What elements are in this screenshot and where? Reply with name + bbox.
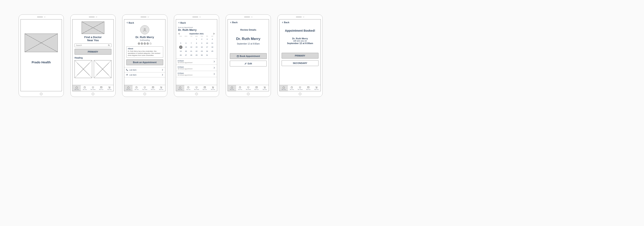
rating-stars xyxy=(126,42,163,45)
tab-home[interactable]: Tab One xyxy=(280,85,288,91)
back-link[interactable]: Back xyxy=(126,22,134,24)
next-month-button[interactable] xyxy=(213,33,215,35)
calendar-day[interactable]: 8 xyxy=(194,42,199,45)
tab-heart[interactable]: Tab Three xyxy=(140,85,149,91)
time-slot[interactable]: 8:00am30 minute appointment xyxy=(176,58,217,65)
home-button[interactable] xyxy=(40,92,43,96)
back-link[interactable]: Back xyxy=(178,22,186,24)
dow-label: SAT xyxy=(210,36,215,37)
tab-mail[interactable]: Tab Four xyxy=(149,85,157,91)
tab-clock[interactable]: Tab Two xyxy=(236,85,244,91)
dow-label: FRI xyxy=(204,36,210,37)
calendar-day[interactable]: 12 xyxy=(179,46,182,49)
calendar-day[interactable]: 9 xyxy=(199,42,204,45)
heart-icon xyxy=(195,86,198,88)
calendar-day[interactable]: 19 xyxy=(178,50,183,53)
calendar-day[interactable]: 23 xyxy=(199,50,204,53)
calendar-day[interactable]: 1 xyxy=(194,38,199,41)
list-item[interactable]: List Item xyxy=(124,68,165,72)
tab-home[interactable]: Tab One xyxy=(176,85,184,91)
card-placeholder-2[interactable] xyxy=(94,60,112,78)
tab-mail[interactable]: Tab Four xyxy=(97,85,106,91)
calendar-day[interactable]: 3 xyxy=(204,38,210,41)
calendar-day[interactable]: 2 xyxy=(199,38,204,41)
screen-splash: Prado Health xyxy=(20,19,62,91)
calendar-day[interactable]: 30 xyxy=(199,54,204,57)
tab-label: Tab Five xyxy=(107,89,112,90)
calendar-day[interactable]: 18 xyxy=(210,46,215,49)
tab-label: Tab One xyxy=(230,89,234,90)
tab-label: Tab Two xyxy=(186,89,190,90)
tab-clock[interactable]: Tab Two xyxy=(81,85,89,91)
calendar-day[interactable]: 10 xyxy=(204,42,210,45)
calendar-day[interactable]: 31 xyxy=(204,54,210,57)
time-slot[interactable]: 8:00am30 minute appointment xyxy=(176,65,217,71)
tab-cart[interactable]: Tab Five xyxy=(157,85,165,91)
tab-home[interactable]: Tab One xyxy=(72,85,81,91)
hero-image-placeholder xyxy=(82,22,104,34)
calendar-day[interactable]: 22 xyxy=(194,50,199,53)
calendar-day[interactable]: 21 xyxy=(189,50,194,53)
home-button[interactable] xyxy=(143,92,146,96)
book-appointment-button[interactable]: Book an Appointment xyxy=(126,60,163,65)
tab-cart[interactable]: Tab Five xyxy=(209,85,217,91)
primary-button[interactable]: PRIMARY xyxy=(74,49,112,55)
tab-cart[interactable]: Tab Five xyxy=(105,85,114,91)
book-button[interactable]: Book Appointment xyxy=(230,53,267,59)
calendar-day[interactable]: 5 xyxy=(178,42,183,45)
star-icon xyxy=(149,42,152,45)
tab-cart[interactable]: Tab Five xyxy=(312,85,320,91)
tab-heart[interactable]: Tab Three xyxy=(89,85,97,91)
calendar-day[interactable]: 15 xyxy=(194,46,199,49)
calendar-day[interactable]: 4 xyxy=(210,38,215,41)
tab-home[interactable]: Tab One xyxy=(124,85,132,91)
tab-heart[interactable]: Tab Three xyxy=(192,85,201,91)
calendar-day[interactable]: 7 xyxy=(189,42,194,45)
tab-heart[interactable]: Tab Three xyxy=(244,85,252,91)
edit-button[interactable]: Edit xyxy=(230,61,267,66)
tab-heart[interactable]: Tab Three xyxy=(296,85,304,91)
calendar-day[interactable]: 26 xyxy=(178,54,183,57)
calendar-day[interactable]: 27 xyxy=(183,54,188,57)
tab-clock[interactable]: Tab Two xyxy=(288,85,296,91)
home-button[interactable] xyxy=(247,92,250,96)
card-placeholder-1[interactable] xyxy=(74,60,92,78)
back-link[interactable]: Back xyxy=(282,21,318,24)
mail-icon xyxy=(307,86,310,88)
search-input[interactable]: Search xyxy=(74,44,112,47)
search-icon xyxy=(108,44,110,46)
calendar-day[interactable]: 25 xyxy=(210,50,215,53)
primary-button[interactable]: PRIMARY xyxy=(282,53,318,58)
calendar-day[interactable]: 6 xyxy=(183,42,188,45)
calendar-day[interactable]: 20 xyxy=(183,50,188,53)
slot-time: 8:00am xyxy=(178,72,212,74)
calendar-day[interactable]: 14 xyxy=(189,46,194,49)
list-item[interactable]: List Item xyxy=(124,72,165,78)
tab-home[interactable]: Tab One xyxy=(228,85,236,91)
home-icon xyxy=(75,86,78,88)
calendar-day[interactable]: 17 xyxy=(204,46,210,49)
calendar-day[interactable]: 13 xyxy=(183,46,188,49)
prev-month-button[interactable] xyxy=(178,33,180,35)
secondary-button[interactable]: SECONDARY xyxy=(282,60,318,66)
tab-mail[interactable]: Tab Four xyxy=(252,85,261,91)
tab-cart[interactable]: Tab Five xyxy=(260,85,269,91)
calendar-day[interactable]: 28 xyxy=(189,54,194,57)
calendar-day[interactable]: 11 xyxy=(210,42,215,45)
tab-clock[interactable]: Tab Two xyxy=(132,85,141,91)
doctor-name: Dr. Ruth Merry xyxy=(178,28,215,32)
calendar-day[interactable]: 24 xyxy=(204,50,210,53)
home-button[interactable] xyxy=(195,92,198,96)
dow-label: THU xyxy=(199,36,204,37)
back-link[interactable]: Back xyxy=(230,21,267,24)
tab-mail[interactable]: Tab Four xyxy=(304,85,312,91)
time-slot[interactable]: 8:00am30 minute appointment xyxy=(176,71,217,77)
home-button[interactable] xyxy=(92,92,94,96)
home-button[interactable] xyxy=(298,92,302,96)
calendar-day[interactable]: 29 xyxy=(194,54,199,57)
tab-label: Tab Three xyxy=(298,89,303,90)
tab-mail[interactable]: Tab Four xyxy=(201,85,209,91)
mail-icon xyxy=(152,86,154,88)
calendar-day[interactable]: 16 xyxy=(199,46,204,49)
tab-clock[interactable]: Tab Two xyxy=(184,85,192,91)
